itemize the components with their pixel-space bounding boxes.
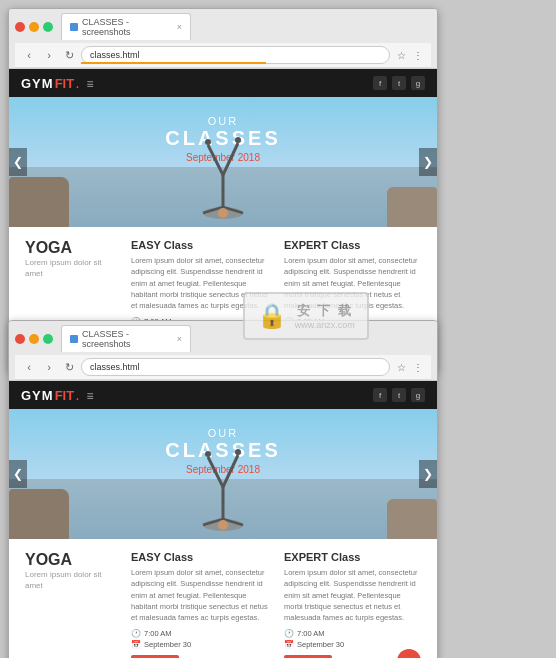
svg-point-17 [235,449,241,455]
svg-line-2 [208,145,223,175]
calendar-icon-easy-2: 📅 [131,640,141,649]
hero-prev-button-1[interactable]: ❮ [9,148,27,176]
easy-class-meta-2: 🕐 7:00 AM 📅 September 30 [131,629,268,649]
expert-class-time-2: 🕐 7:00 AM [284,629,421,638]
googleplus-icon-2[interactable]: g [411,388,425,402]
yoga-figure-2 [188,437,258,532]
rocks-right-1 [387,187,437,227]
svg-point-6 [218,208,228,218]
clock-icon-expert-2: 🕐 [284,629,294,638]
expert-class-desc-2: Lorem ipsum dolor sit amet, consectetur … [284,567,421,623]
expert-class-name-2: EXPERT Class [284,551,421,563]
browser-window-1: CLASSES - screenshots × ‹ › ↻ classes.ht… [8,8,438,372]
svg-line-12 [223,455,238,487]
hamburger-icon-2[interactable]: ≡ [87,389,94,403]
facebook-icon-2[interactable]: f [373,388,387,402]
facebook-icon-1[interactable]: f [373,76,387,90]
tab-title-2: CLASSES - screenshots [82,329,173,349]
easy-class-date-2: 📅 September 30 [131,640,268,649]
expert-class-name-1: EXPERT Class [284,239,421,251]
yoga-figure-1 [188,125,258,220]
rocks-left-1 [9,177,69,227]
logo-fit-1: FIT [55,76,75,91]
easy-class-desc-2: Lorem ipsum dolor sit amet, consectetur … [131,567,268,623]
tab-close-1[interactable]: × [177,22,182,32]
browser-window-2: CLASSES - screenshots × ‹ › ↻ classes.ht… [8,320,438,658]
yoga-subtitle-1: Lorem ipsum dolor sit amet [25,257,115,279]
easy-class-name-2: EASY Class [131,551,268,563]
tab-bar-2: CLASSES - screenshots × [61,325,191,352]
tab-favicon-1 [70,23,78,31]
toolbar-1: ‹ › ↻ classes.html ☆ ⋮ [15,43,431,68]
googleplus-icon-1[interactable]: g [411,76,425,90]
star-icon-1[interactable]: ☆ [394,48,408,62]
browser-chrome-1: CLASSES - screenshots × ‹ › ↻ classes.ht… [9,9,437,69]
star-icon-2[interactable]: ☆ [394,360,408,374]
hero-1: CLASSES our CLASSES September 2018 [9,97,437,227]
site-header-1: GYM FIT . ≡ f t g [9,69,437,97]
expert-class-desc-1: Lorem ipsum dolor sit amet, consectetur … [284,255,421,311]
hero-next-button-1[interactable]: ❯ [419,148,437,176]
svg-point-8 [235,137,241,143]
hero-prev-button-2[interactable]: ❮ [9,460,27,488]
url-text-1: classes.html [90,50,140,60]
back-button-1[interactable]: ‹ [21,47,37,63]
address-bar-2[interactable]: classes.html [81,358,390,376]
menu-icon-1[interactable]: ⋮ [411,48,425,62]
menu-icon-2[interactable]: ⋮ [411,360,425,374]
url-text-2: classes.html [90,362,140,372]
svg-line-3 [223,143,238,175]
active-tab-2[interactable]: CLASSES - screenshots × [61,325,191,352]
yoga-title-2: YOGA [25,551,115,569]
tab-title-1: CLASSES - screenshots [82,17,173,37]
tab-close-2[interactable]: × [177,334,182,344]
browser-icons-2: ☆ ⋮ [394,360,425,374]
maximize-button-2[interactable] [43,334,53,344]
site-header-2: GYM FIT . ≡ f t g [9,381,437,409]
forward-button-1[interactable]: › [41,47,57,63]
hero-2: CLASSES our CLASSES September 2018 [9,409,437,539]
svg-point-16 [205,451,211,457]
close-button-2[interactable] [15,334,25,344]
logo-dot-1: . [75,75,79,91]
logo-fit-2: FIT [55,388,75,403]
logo-gym-2: GYM [21,388,54,403]
svg-line-11 [208,457,223,487]
yoga-label-2: YOGA Lorem ipsum dolor sit amet [25,551,115,658]
calendar-icon-expert-2: 📅 [284,640,294,649]
easy-class-info-2: EASY Class Lorem ipsum dolor sit amet, c… [131,551,268,658]
yoga-title-1: YOGA [25,239,115,257]
twitter-icon-2[interactable]: t [392,388,406,402]
tab-bar-1: CLASSES - screenshots × [61,13,191,40]
maximize-button-1[interactable] [43,22,53,32]
svg-point-7 [205,139,211,145]
hamburger-icon-1[interactable]: ≡ [87,77,94,91]
hero-next-button-2[interactable]: ❯ [419,460,437,488]
expert-class-meta-2: 🕐 7:00 AM 📅 September 30 [284,629,421,649]
rocks-right-2 [387,499,437,539]
forward-button-2[interactable]: › [41,359,57,375]
logo-dot-2: . [75,387,79,403]
back-button-2[interactable]: ‹ [21,359,37,375]
yoga-subtitle-2: Lorem ipsum dolor sit amet [25,569,115,591]
minimize-button-1[interactable] [29,22,39,32]
rocks-left-2 [9,489,69,539]
logo-2: GYM FIT . ≡ [21,387,94,403]
refresh-button-2[interactable]: ↻ [61,359,77,375]
browser-icons-1: ☆ ⋮ [394,48,425,62]
easy-class-name-1: EASY Class [131,239,268,251]
close-button-1[interactable] [15,22,25,32]
minimize-button-2[interactable] [29,334,39,344]
logo-gym-1: GYM [21,76,54,91]
expert-class-info-2: EXPERT Class Lorem ipsum dolor sit amet,… [284,551,421,658]
browser-chrome-2: CLASSES - screenshots × ‹ › ↻ classes.ht… [9,321,437,381]
progress-bar-1 [81,62,266,64]
classes-content-2: YOGA Lorem ipsum dolor sit amet EASY Cla… [9,539,437,658]
twitter-icon-1[interactable]: t [392,76,406,90]
refresh-button-1[interactable]: ↻ [61,47,77,63]
logo-1: GYM FIT . ≡ [21,75,94,91]
expert-class-date-2: 📅 September 30 [284,640,421,649]
active-tab-1[interactable]: CLASSES - screenshots × [61,13,191,40]
easy-class-time-2: 🕐 7:00 AM [131,629,268,638]
svg-point-15 [218,520,228,530]
